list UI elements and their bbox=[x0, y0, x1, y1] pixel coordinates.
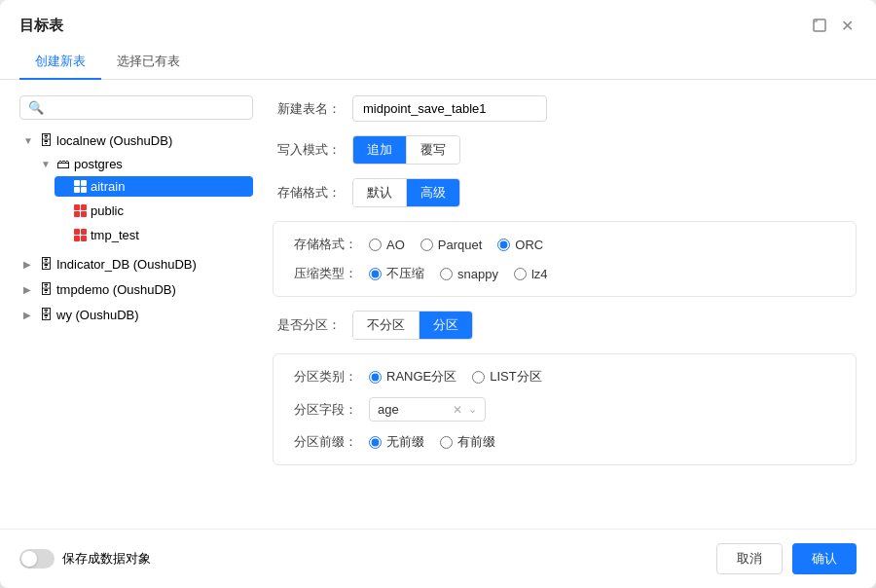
chevron-icon: ▼ bbox=[41, 159, 53, 169]
dialog-body: 🔍 ▼ 🗄 localnew (OushuDB) ▼ bbox=[0, 80, 876, 529]
partition-prefix-group: 无前缀 有前缀 bbox=[369, 433, 495, 451]
tab-select-existing[interactable]: 选择已有表 bbox=[101, 45, 196, 80]
compress-none-text: 不压缩 bbox=[386, 265, 424, 282]
node-label-wy: wy (OushuDB) bbox=[56, 308, 139, 322]
partition-list-text: LIST分区 bbox=[490, 368, 541, 386]
search-input[interactable] bbox=[50, 100, 244, 115]
format-orc-label[interactable]: ORC bbox=[497, 238, 543, 252]
storage-mode-label: 存储格式： bbox=[273, 184, 341, 202]
chevron-icon: ▶ bbox=[23, 310, 35, 320]
tree-node-row-indicator-db[interactable]: ▶ 🗄 Indicator_DB (OushuDB) bbox=[19, 253, 253, 275]
storage-mode-group: 默认 高级 bbox=[352, 178, 460, 207]
partition-list-label[interactable]: LIST分区 bbox=[472, 368, 541, 386]
partition-field-select[interactable]: age ✕ ⌄ bbox=[369, 397, 486, 422]
tree-node-row-tmp-test[interactable]: ▶ tmp_test bbox=[55, 225, 253, 245]
tree-node-wy: ▶ 🗄 wy (OushuDB) bbox=[19, 302, 253, 327]
node-label-public: public bbox=[91, 203, 124, 218]
compress-lz4-text: lz4 bbox=[531, 267, 548, 281]
compress-group: 不压缩 snappy lz4 bbox=[369, 265, 548, 282]
tabs-bar: 创建新表 选择已有表 bbox=[0, 45, 876, 80]
dialog-header: 目标表 ✕ bbox=[0, 0, 876, 45]
prefix-has-radio[interactable] bbox=[440, 436, 453, 449]
partition-range-radio[interactable] bbox=[369, 371, 382, 384]
format-parquet-radio[interactable] bbox=[420, 239, 433, 251]
partition-range-label[interactable]: RANGE分区 bbox=[369, 368, 456, 386]
write-mode-group: 追加 覆写 bbox=[352, 135, 460, 165]
dialog-footer: 保存成数据对象 取消 确认 bbox=[0, 529, 876, 588]
tab-create-new[interactable]: 创建新表 bbox=[19, 45, 101, 80]
compress-snappy-radio[interactable] bbox=[440, 268, 453, 280]
format-parquet-text: Parquet bbox=[438, 238, 483, 252]
prefix-none-label[interactable]: 无前缀 bbox=[369, 433, 424, 451]
prefix-none-text: 无前缀 bbox=[386, 433, 424, 451]
tree-node-row-wy[interactable]: ▶ 🗄 wy (OushuDB) bbox=[19, 304, 253, 325]
compress-row: 压缩类型： 不压缩 snappy lz4 bbox=[289, 265, 840, 282]
dialog: 目标表 ✕ 创建新表 选择已有表 🔍 bbox=[0, 0, 876, 588]
compress-lz4-label[interactable]: lz4 bbox=[514, 267, 548, 281]
tree-node-row-postgres[interactable]: ▼ 🗃 postgres bbox=[37, 153, 253, 174]
footer-buttons: 取消 确认 bbox=[716, 543, 857, 574]
write-mode-row: 写入模式： 追加 覆写 bbox=[273, 135, 857, 165]
tree-panel: 🔍 ▼ 🗄 localnew (OushuDB) ▼ bbox=[19, 95, 253, 513]
format-ao-radio[interactable] bbox=[369, 239, 382, 251]
compress-label: 压缩类型： bbox=[289, 265, 357, 282]
format-parquet-label[interactable]: Parquet bbox=[420, 238, 483, 252]
node-label-tmp-test: tmp_test bbox=[91, 228, 139, 242]
format-ao-label[interactable]: AO bbox=[369, 238, 405, 252]
tree-node-row-aitrain[interactable]: ▶ aitrain bbox=[55, 176, 253, 197]
tree-node-row-public[interactable]: ▶ public bbox=[55, 201, 253, 221]
compress-none-label[interactable]: 不压缩 bbox=[369, 265, 424, 282]
close-button[interactable]: ✕ bbox=[837, 16, 857, 35]
tree-node-row-localnew[interactable]: ▼ 🗄 localnew (OushuDB) bbox=[19, 129, 253, 151]
chevron-down-icon: ⌄ bbox=[468, 403, 477, 416]
table-icon bbox=[74, 229, 87, 241]
format-ao-text: AO bbox=[386, 238, 405, 252]
partition-field-value: age bbox=[378, 402, 447, 417]
db-icon: 🗄 bbox=[39, 132, 53, 148]
toggle-knob bbox=[21, 551, 37, 567]
prefix-has-label[interactable]: 有前缀 bbox=[440, 433, 495, 451]
schema-icon: 🗃 bbox=[56, 156, 70, 171]
node-label-indicator-db: Indicator_DB (OushuDB) bbox=[56, 257, 197, 272]
partition-toggle-label: 是否分区： bbox=[273, 316, 341, 334]
config-panel: 新建表名： 写入模式： 追加 覆写 存储格式： 默认 高级 bbox=[273, 95, 857, 513]
tree-node-tmpdemo: ▶ 🗄 tmpdemo (OushuDB) bbox=[19, 276, 253, 302]
compress-snappy-label[interactable]: snappy bbox=[440, 267, 498, 281]
tree-list: ▼ 🗄 localnew (OushuDB) ▼ 🗃 postgres bbox=[19, 128, 253, 513]
format-orc-radio[interactable] bbox=[497, 239, 510, 251]
partition-type-label: 分区类别： bbox=[289, 368, 357, 386]
table-icon bbox=[74, 204, 87, 217]
partition-prefix-row: 分区前缀： 无前缀 有前缀 bbox=[289, 433, 840, 451]
node-label-postgres: postgres bbox=[74, 157, 123, 171]
prefix-has-text: 有前缀 bbox=[457, 433, 495, 451]
prefix-none-radio[interactable] bbox=[369, 436, 382, 449]
save-obj-toggle[interactable] bbox=[19, 549, 55, 569]
partition-yes-btn[interactable]: 分区 bbox=[419, 312, 472, 339]
compress-none-radio[interactable] bbox=[369, 268, 382, 280]
write-mode-append[interactable]: 追加 bbox=[353, 136, 406, 164]
tree-node-indicator-db: ▶ 🗄 Indicator_DB (OushuDB) bbox=[19, 251, 253, 276]
dialog-title: 目标表 bbox=[19, 17, 63, 35]
chevron-icon: ▼ bbox=[23, 135, 35, 146]
clear-field-icon[interactable]: ✕ bbox=[453, 403, 462, 417]
storage-format-row: 存储格式： AO Parquet ORC bbox=[289, 236, 840, 253]
confirm-button[interactable]: 确认 bbox=[792, 543, 857, 574]
table-name-input[interactable] bbox=[352, 95, 547, 122]
maximize-button[interactable] bbox=[810, 16, 829, 35]
compress-snappy-text: snappy bbox=[457, 267, 498, 281]
tree-node-localnew: ▼ 🗄 localnew (OushuDB) ▼ 🗃 postgres bbox=[19, 128, 253, 251]
write-mode-overwrite[interactable]: 覆写 bbox=[406, 136, 459, 164]
partition-section: 分区类别： RANGE分区 LIST分区 分区字段： bbox=[273, 353, 857, 465]
tree-node-row-tmpdemo[interactable]: ▶ 🗄 tmpdemo (OushuDB) bbox=[19, 278, 253, 300]
partition-no-btn[interactable]: 不分区 bbox=[353, 312, 419, 339]
dialog-controls: ✕ bbox=[810, 16, 857, 35]
partition-toggle-row: 是否分区： 不分区 分区 bbox=[273, 311, 857, 340]
node-label-localnew: localnew (OushuDB) bbox=[56, 133, 172, 148]
storage-mode-default[interactable]: 默认 bbox=[353, 179, 406, 206]
partition-toggle-group: 不分区 分区 bbox=[352, 311, 473, 340]
search-box[interactable]: 🔍 bbox=[19, 95, 253, 120]
cancel-button[interactable]: 取消 bbox=[716, 543, 783, 574]
storage-mode-advanced[interactable]: 高级 bbox=[406, 179, 459, 206]
compress-lz4-radio[interactable] bbox=[514, 268, 527, 280]
partition-list-radio[interactable] bbox=[472, 371, 485, 384]
